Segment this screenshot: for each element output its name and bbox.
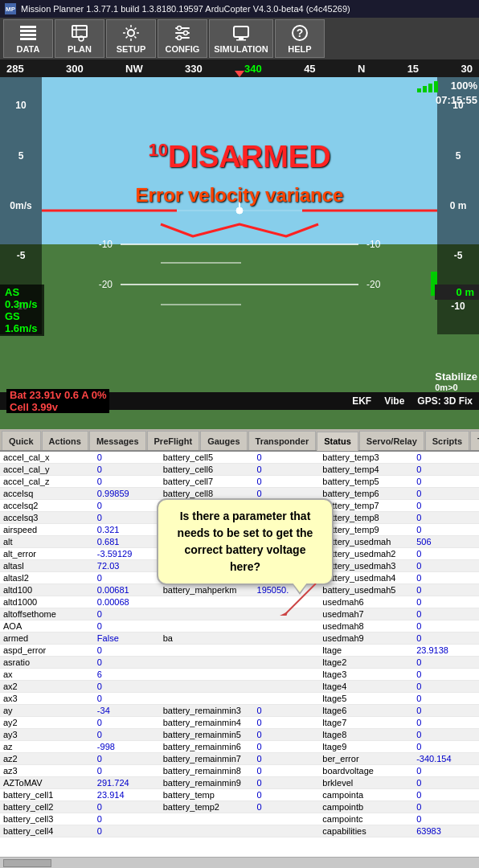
groundspeed-display: GS 1.6m/s	[5, 310, 39, 334]
param-name: aspd_error	[0, 645, 94, 657]
simulation-label: SIMULATION	[214, 44, 268, 54]
table-row: accel_cal_x0battery_cell50battery_temp30	[0, 452, 479, 464]
compass-val-285: 285	[6, 63, 24, 75]
toolbar-simulation-button[interactable]: SIMULATION	[209, 19, 273, 58]
param-name: ltage8	[319, 729, 413, 741]
param-value: 0.321	[94, 524, 160, 536]
table-row: battery_cell123.914battery_temp0campoint…	[0, 789, 479, 801]
toolbar-plan-button[interactable]: PLAN	[55, 19, 104, 58]
tab-servo-relay[interactable]: Servo/Relay	[359, 431, 424, 450]
table-row: ax6ltage30	[0, 669, 479, 681]
param-name: battery_temp2	[160, 801, 254, 813]
param-value: 0	[413, 500, 479, 512]
svg-marker-39	[280, 612, 288, 616]
svg-rect-17	[236, 39, 246, 41]
compass-val-330: 330	[185, 63, 203, 75]
mode-sub: 0m>0	[435, 383, 477, 392]
toolbar-help-button[interactable]: ? HELP	[275, 19, 325, 58]
speed-0: 0m/s	[10, 200, 31, 211]
data-icon	[18, 23, 38, 43]
param-value: 0	[94, 753, 160, 765]
param-value	[254, 633, 320, 645]
tab-preflight[interactable]: PreFlight	[147, 431, 200, 450]
param-value: 0	[413, 452, 479, 464]
param-value: -3.59129	[94, 548, 160, 560]
toolbar-config-button[interactable]: CONFIG	[158, 19, 207, 58]
param-value: 0.99859	[94, 488, 160, 500]
param-name: battery_cell1	[0, 789, 94, 801]
param-name: accelsq3	[0, 512, 94, 524]
disarmed-display: 10DISARMED	[148, 140, 330, 174]
svg-rect-3	[20, 38, 36, 40]
param-name: campointc	[319, 813, 413, 825]
param-value: 72.03	[94, 560, 160, 572]
ekf-status: EKF	[352, 395, 371, 407]
param-value: 0	[94, 500, 160, 512]
svg-text:-10: -10	[366, 239, 381, 250]
compass-val-nw: NW	[125, 63, 143, 75]
param-name: altasl2	[0, 572, 94, 584]
param-name: asratio	[0, 657, 94, 669]
param-value: 0	[413, 693, 479, 705]
battery-bar: Bat 23.91v 0.6 A 0% Cell 3.99v EKF Vibe …	[0, 392, 479, 410]
tab-gauges[interactable]: Gauges	[200, 431, 247, 450]
svg-point-14	[178, 36, 182, 40]
param-name	[160, 813, 254, 825]
tab-status[interactable]: Status	[317, 432, 358, 451]
param-value: 23.914	[94, 789, 160, 801]
battery-info: Bat 23.91v 0.6 A 0% Cell 3.99v	[6, 389, 109, 413]
signal-pct: 100%	[451, 80, 477, 92]
tab-scripts[interactable]: Scripts	[425, 431, 469, 450]
tab-actions[interactable]: Actions	[42, 431, 88, 450]
param-value: 0	[94, 681, 160, 693]
disarmed-num: 10	[148, 140, 167, 160]
table-row: az20battery_remainmin70ber_error-340.154	[0, 753, 479, 765]
param-name: az	[0, 741, 94, 753]
svg-point-13	[184, 31, 188, 35]
tab-telemetry[interactable]: Telemetry Logs	[470, 431, 479, 450]
plan-label: PLAN	[68, 44, 92, 54]
toolbar-setup-button[interactable]: SETUP	[106, 19, 156, 58]
compass-val-15: 15	[407, 63, 419, 75]
scrollbar-thumb[interactable]	[3, 859, 51, 867]
tab-messages[interactable]: Messages	[89, 431, 146, 450]
param-name	[160, 693, 254, 705]
svg-line-38	[284, 583, 316, 616]
param-value: 0	[94, 645, 160, 657]
table-row: accel_cal_z0battery_cell70battery_temp50	[0, 476, 479, 488]
table-row: altd10000.00068usedmah60	[0, 596, 479, 608]
param-name: accel_cal_z	[0, 476, 94, 488]
param-value: 0	[254, 765, 320, 777]
param-value: 0	[413, 596, 479, 608]
param-name: az3	[0, 765, 94, 777]
tab-transponder[interactable]: Transponder	[248, 431, 317, 450]
alt-n5: -5	[454, 250, 463, 261]
param-value: 0	[413, 801, 479, 813]
param-name: AZToMAV	[0, 777, 94, 789]
toolbar-data-button[interactable]: DATA	[3, 19, 53, 58]
titlebar: MP Mission Planner 1.3.77.1 build 1.3.81…	[0, 0, 479, 18]
param-name: battery_remainmin6	[160, 741, 254, 753]
svg-rect-34	[417, 88, 421, 92]
clock-time: 07:15:55	[436, 94, 477, 106]
help-label: HELP	[288, 44, 311, 54]
param-name: campointa	[319, 789, 413, 801]
param-name: battery_cell5	[160, 452, 254, 464]
param-value	[254, 693, 320, 705]
tab-quick[interactable]: Quick	[2, 431, 41, 450]
simulation-icon	[231, 23, 251, 43]
speed-n5: -5	[17, 250, 26, 261]
param-value: 0	[413, 608, 479, 620]
param-value: 0	[413, 572, 479, 584]
param-value: 6	[94, 669, 160, 681]
table-row: battery_cell20battery_temp20campointb0	[0, 801, 479, 813]
horizontal-scrollbar[interactable]	[0, 857, 479, 868]
param-name	[160, 657, 254, 669]
param-name	[160, 681, 254, 693]
table-row: ax20ltage40	[0, 681, 479, 693]
alt-0: 0 m	[450, 200, 467, 211]
param-value: 0	[94, 512, 160, 524]
table-row: aspd_error0ltage23.9138	[0, 645, 479, 657]
param-value: 0	[254, 789, 320, 801]
param-value: 0	[94, 765, 160, 777]
